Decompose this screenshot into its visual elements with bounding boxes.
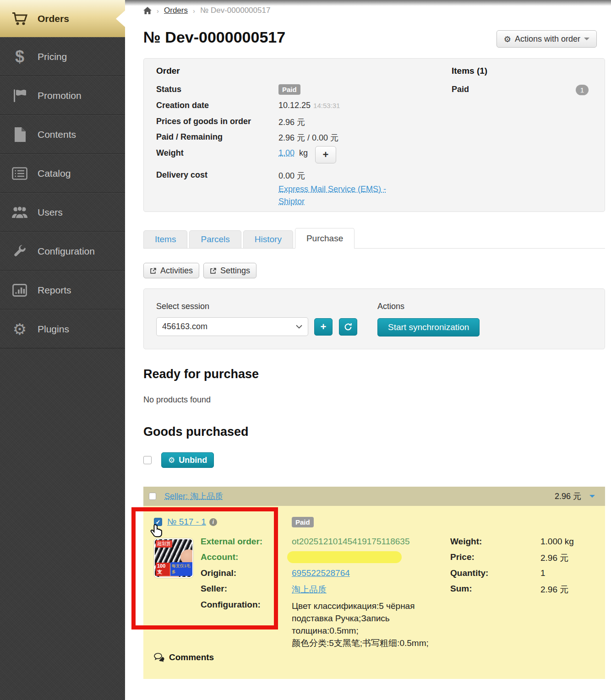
no-products-text: No products found (143, 395, 211, 405)
sidebar-item-plugins[interactable]: ⚙ Plugins (0, 309, 125, 348)
item-checkbox[interactable]: ✓ (154, 518, 162, 526)
breadcrumb-orders-link[interactable]: Orders (164, 6, 188, 15)
weight-unit: kg (299, 148, 308, 157)
prices-value: 2.96 元 (278, 117, 305, 128)
item-quantity-value: 1 (540, 568, 546, 578)
actions-with-order-button[interactable]: ⚙ Actions with order (496, 30, 597, 48)
breadcrumb: › Orders › № Dev-0000000517 (143, 6, 270, 15)
thumbnail-badge: 超划算 (156, 540, 172, 548)
dollar-icon: $ (9, 47, 30, 66)
chevron-down-icon (296, 325, 302, 329)
tab-items[interactable]: Items (143, 230, 187, 249)
seller-group-link[interactable]: Seller: 淘上品质 (164, 491, 223, 502)
creation-time: 14:53:31 (313, 102, 340, 109)
sidebar-item-catalog[interactable]: Catalog (0, 154, 125, 193)
external-order-value: ot20251210145419175118635 (292, 537, 409, 547)
tab-history[interactable]: History (243, 230, 293, 249)
sidebar-item-label: Configuration (38, 246, 95, 257)
refresh-sessions-button[interactable] (339, 318, 357, 336)
paid-remaining-label: Paid / Remaining (156, 132, 223, 142)
prices-label: Prices of goods in order (156, 117, 251, 126)
thumbnail-caption: 每支仅1毛多 (170, 562, 192, 576)
external-link-icon (210, 267, 217, 274)
sidebar-item-reports[interactable]: Reports (0, 271, 125, 309)
account-value-redacted (287, 551, 402, 563)
session-panel: Select session 456163.com + Actions Star… (143, 288, 605, 349)
users-icon (9, 206, 30, 219)
seller-label: Seller: (201, 584, 227, 594)
info-icon[interactable]: i (209, 518, 217, 526)
file-icon (9, 127, 30, 142)
order-tabs: Items Parcels History Purchase (143, 228, 605, 249)
start-synchronization-button[interactable]: Start synchronization (377, 318, 480, 336)
breadcrumb-separator: › (193, 7, 195, 15)
configuration-value: Цвет классификация:5 чёрная подставка Ру… (292, 600, 435, 649)
account-label: Account: (201, 552, 238, 562)
settings-button[interactable]: Settings (203, 263, 256, 278)
original-product-link[interactable]: 695522528764 (292, 568, 350, 578)
thumbnail-count: 100支 (156, 563, 170, 576)
actions-label: Actions (377, 302, 404, 311)
weight-label: Weight (156, 148, 184, 158)
creation-date: 10.12.25 (278, 101, 311, 110)
add-session-button[interactable]: + (314, 318, 333, 336)
page-title: № Dev-0000000517 (143, 28, 285, 46)
tab-purchase[interactable]: Purchase (295, 228, 355, 249)
sidebar-item-label: Reports (38, 285, 71, 296)
product-thumbnail[interactable]: 超划算 100支 每支仅1毛多 (154, 538, 193, 578)
status-value: Paid (278, 84, 300, 95)
tab-parcels[interactable]: Parcels (189, 230, 241, 249)
flag-icon (9, 88, 30, 103)
wrench-icon (9, 244, 30, 258)
item-price-value: 2.96 元 (540, 552, 568, 564)
comments-icon (154, 653, 165, 662)
sidebar-item-orders[interactable]: Orders (0, 0, 125, 37)
goods-purchased-heading: Goods purchased (143, 425, 249, 439)
session-select[interactable]: 456163.com (156, 317, 308, 336)
select-all-checkbox[interactable] (143, 456, 152, 464)
weight-edit-link[interactable]: 1.00 (278, 148, 295, 157)
sidebar-item-label: Pricing (38, 51, 67, 62)
unbind-row: ⚙ Unbind (143, 452, 214, 468)
purchase-toolbar: Activities Settings (143, 263, 256, 278)
unbind-label: Unbind (179, 456, 207, 465)
add-weight-button[interactable]: + (315, 146, 336, 163)
collapse-icon[interactable] (589, 495, 595, 498)
sidebar-item-promotion[interactable]: Promotion (0, 76, 125, 115)
home-icon[interactable] (143, 7, 152, 14)
settings-label: Settings (220, 266, 250, 276)
item-quantity-label: Quantity: (450, 568, 488, 578)
unbind-button[interactable]: ⚙ Unbind (161, 452, 214, 468)
status-label: Status (156, 85, 181, 94)
item-sum-label: Sum: (450, 584, 472, 594)
sidebar-item-users[interactable]: Users (0, 193, 125, 232)
top-shadow (125, 0, 611, 6)
comments-label: Comments (169, 652, 214, 662)
delivery-cost-label: Delivery cost (156, 170, 207, 180)
breadcrumb-current: № Dev-0000000517 (200, 6, 270, 15)
order-heading: Order (156, 66, 180, 76)
delivery-method: Express Mail Service (EMS) - Shiptor (278, 183, 407, 208)
chart-icon (9, 284, 30, 297)
items-paid-label: Paid (452, 85, 469, 94)
sidebar-item-configuration[interactable]: Configuration (0, 232, 125, 271)
breadcrumb-separator: › (157, 7, 159, 15)
external-link-icon (150, 267, 157, 274)
comments-toggle[interactable]: Comments (154, 652, 214, 662)
sidebar-item-label: Orders (38, 13, 69, 24)
item-number-link[interactable]: № 517 - 1 (167, 517, 206, 527)
sidebar-item-contents[interactable]: Contents (0, 115, 125, 154)
status-badge: Paid (278, 84, 300, 95)
thumbnail-caption-row: 100支 每支仅1毛多 (156, 562, 192, 576)
item-seller-link[interactable]: 淘上品质 (292, 584, 327, 596)
seller-checkbox[interactable] (149, 493, 156, 500)
purchased-item: ✓ № 517 - 1 i Paid 超划算 100支 每支仅1毛多 Exter… (143, 506, 605, 679)
external-order-label: External order: (201, 537, 262, 547)
sidebar-item-label: Promotion (38, 90, 82, 101)
ready-for-purchase-heading: Ready for purchase (143, 367, 259, 381)
delivery-method-link[interactable]: Express Mail Service (EMS) - Shiptor (278, 184, 386, 206)
activities-button[interactable]: Activities (143, 263, 199, 278)
creation-date-label: Creation date (156, 101, 209, 110)
delivery-cost-value: 0.00 元 (278, 170, 305, 181)
sidebar-item-pricing[interactable]: $ Pricing (0, 37, 125, 76)
